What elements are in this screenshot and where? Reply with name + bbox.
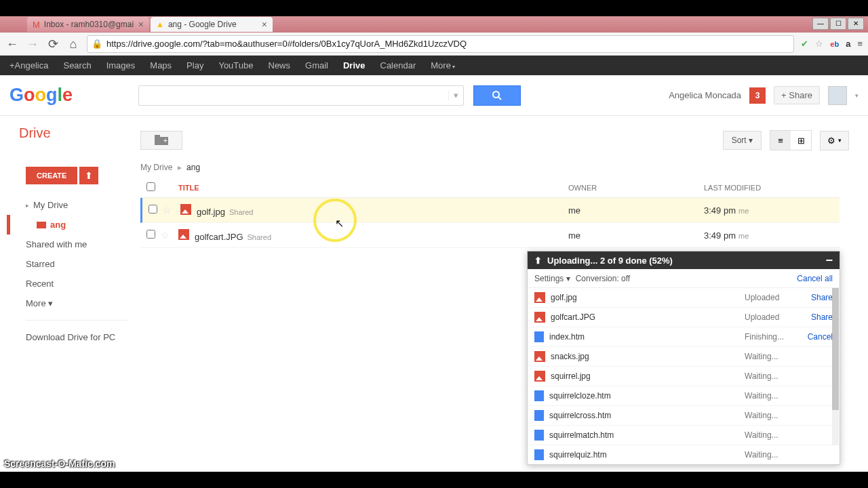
close-window-icon[interactable]: ✕ — [848, 18, 864, 30]
header-owner[interactable]: OWNER — [568, 184, 704, 192]
minimize-icon[interactable]: — — [812, 18, 829, 30]
file-name: golfcart.JPG — [195, 232, 243, 242]
close-icon[interactable]: × — [138, 19, 144, 30]
scroll-thumb[interactable] — [832, 288, 839, 410]
nav-calendar[interactable]: Calendar — [380, 60, 416, 70]
image-file-icon — [180, 204, 191, 215]
image-file-icon — [534, 371, 545, 382]
home-icon[interactable]: ⌂ — [66, 37, 80, 51]
letterbox-bottom — [0, 472, 868, 488]
browser-tab-strip: M Inbox - ramh0310@gmai × ▲ ang - Google… — [0, 16, 868, 33]
upload-file-name: golf.jpg — [551, 293, 577, 302]
list-view-icon[interactable]: ≡ — [770, 131, 791, 150]
document-file-icon — [534, 390, 544, 401]
watermark: Screencast-O-Matic.com — [4, 458, 115, 469]
ext-ebay-icon[interactable]: eb — [830, 40, 839, 48]
share-button[interactable]: + Share — [774, 86, 820, 104]
menu-icon[interactable]: ≡ — [857, 39, 863, 49]
nav-youtube[interactable]: YouTube — [218, 60, 253, 70]
notifications-badge[interactable]: 3 — [749, 87, 766, 104]
close-icon[interactable]: × — [262, 19, 267, 30]
search-button[interactable] — [473, 85, 521, 106]
upload-status: Waiting... — [745, 430, 799, 440]
upload-status: Finishing... — [745, 332, 799, 342]
sidebar-download-drive[interactable]: Download Drive for PC — [7, 327, 129, 347]
breadcrumb-root[interactable]: My Drive — [140, 163, 172, 172]
upload-status: Waiting... — [745, 411, 799, 420]
avatar[interactable] — [828, 86, 847, 105]
settings-button[interactable]: ⚙ ▾ — [820, 131, 849, 150]
shared-badge: Shared — [229, 208, 253, 216]
create-button[interactable]: CREATE — [26, 167, 77, 184]
grid-view-icon[interactable]: ⊞ — [791, 131, 811, 150]
upload-settings-link[interactable]: Settings ▾ — [534, 274, 570, 283]
table-header: TITLE OWNER LAST MODIFIED — [140, 178, 840, 198]
nav-drive[interactable]: Drive — [343, 60, 366, 70]
upload-settings-bar: Settings ▾ Conversion: off Cancel all — [528, 269, 840, 288]
sidebar-item-recent[interactable]: Recent — [7, 274, 129, 293]
star-icon[interactable]: ☆ — [161, 230, 177, 241]
user-name[interactable]: Angelica Moncada — [669, 90, 741, 100]
nav-news[interactable]: News — [269, 60, 291, 70]
upload-row: squirrelcross.htmWaiting... — [528, 406, 840, 426]
window-controls: — ☐ ✕ — [812, 18, 864, 30]
sidebar-item-ang[interactable]: ang — [7, 215, 129, 235]
nav-images[interactable]: Images — [106, 60, 136, 70]
nav-more[interactable]: More — [431, 60, 455, 70]
nav-play[interactable]: Play — [186, 60, 203, 70]
upload-row: squirrelquiz.htmWaiting... — [528, 445, 840, 464]
upload-status: Uploaded — [745, 293, 799, 302]
select-all-checkbox[interactable] — [146, 182, 155, 191]
minimize-panel-icon[interactable]: − — [825, 253, 833, 268]
sort-button[interactable]: Sort ▾ — [723, 131, 762, 150]
nav-maps[interactable]: Maps — [150, 60, 172, 70]
ext-amazon-icon[interactable]: a — [846, 39, 850, 49]
nav-gmail[interactable]: Gmail — [305, 60, 328, 70]
upload-status: Waiting... — [745, 391, 799, 401]
tab-title: Inbox - ramh0310@gmai — [44, 20, 134, 29]
star-icon[interactable]: ☆ — [163, 205, 179, 216]
nav-plus-you[interactable]: +Angelica — [9, 60, 48, 70]
new-folder-button[interactable]: + — [140, 131, 182, 150]
url-box[interactable]: 🔒 https://drive.google.com/?tab=mo&authu… — [87, 35, 794, 53]
search-input[interactable] — [139, 90, 448, 101]
upload-header: ⬆ Uploading... 2 of 9 done (52%) − — [528, 251, 840, 269]
upload-status: Waiting... — [745, 352, 799, 361]
cancel-all-link[interactable]: Cancel all — [797, 274, 833, 283]
sidebar-item-label: My Drive — [33, 200, 68, 210]
scrollbar[interactable] — [832, 288, 839, 445]
header-modified[interactable]: LAST MODIFIED — [704, 184, 840, 192]
browser-tab-drive[interactable]: ▲ ang - Google Drive × — [151, 17, 273, 32]
upload-status: Waiting... — [745, 450, 799, 460]
search-dropdown-icon[interactable]: ▾ — [448, 90, 463, 100]
upload-action-link[interactable]: Share — [799, 312, 833, 322]
upload-action-link[interactable]: Cancel — [799, 332, 833, 342]
upload-file-name: index.htm — [549, 332, 585, 342]
table-row[interactable]: ☆ golfcart.JPGShared me 3:49 pmme — [140, 223, 840, 248]
header: Google ▾ Angelica Moncada 3 + Share ▾ — [0, 75, 868, 116]
upload-button[interactable]: ⬆ — [79, 167, 98, 184]
reload-icon[interactable]: ⟳ — [46, 37, 60, 51]
tab-title: ang - Google Drive — [168, 20, 237, 29]
sidebar-item-starred[interactable]: Starred — [7, 254, 129, 274]
sidebar-item-mydrive[interactable]: ▸My Drive — [7, 195, 129, 215]
maximize-icon[interactable]: ☐ — [830, 18, 846, 30]
avatar-dropdown-icon[interactable]: ▾ — [855, 92, 859, 99]
star-icon[interactable]: ☆ — [815, 39, 823, 49]
row-checkbox[interactable] — [149, 205, 157, 214]
row-checkbox[interactable] — [146, 230, 155, 239]
letterbox-top — [0, 0, 868, 16]
sidebar-item-more[interactable]: More ▾ — [7, 293, 129, 313]
back-icon[interactable]: ← — [5, 37, 19, 51]
nav-search[interactable]: Search — [63, 60, 91, 70]
drive-title[interactable]: Drive — [19, 125, 51, 141]
table-row[interactable]: ☆ golf.jpgShared me 3:49 pmme — [140, 198, 840, 223]
sidebar: CREATE ⬆ ▸My Drive ang Shared with me St… — [7, 163, 129, 347]
upload-title: Uploading... 2 of 9 done (52%) — [547, 256, 673, 266]
sidebar-item-shared[interactable]: Shared with me — [7, 235, 129, 254]
browser-tab-inbox[interactable]: M Inbox - ramh0310@gmai × — [27, 17, 149, 32]
upload-file-name: golfcart.JPG — [551, 312, 595, 322]
forward-icon[interactable]: → — [26, 37, 39, 51]
upload-action-link[interactable]: Share — [799, 293, 833, 302]
header-title[interactable]: TITLE — [177, 184, 568, 192]
